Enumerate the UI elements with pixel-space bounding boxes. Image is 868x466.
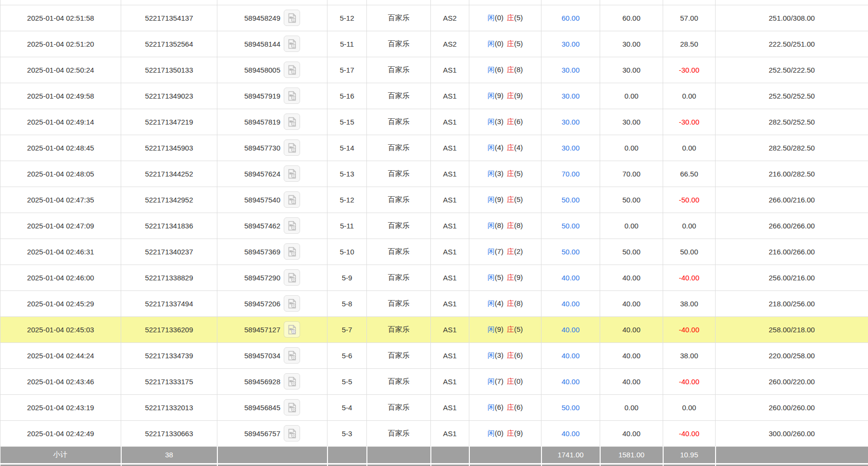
video-replay-button[interactable] — [284, 139, 300, 156]
table-row[interactable]: 2025-01-04 02:48:05 522171344252 5894576… — [0, 161, 868, 187]
table-name-cell: AS1 — [431, 239, 469, 264]
bet-amount-cell: 40.00 — [541, 290, 600, 316]
valid-amount-cell: 30.00 — [600, 57, 663, 83]
table-row[interactable]: 2025-01-04 02:46:00 522171338829 5894572… — [0, 264, 868, 290]
balance-cell: 252.50/222.50 — [716, 57, 868, 83]
bet-amount-link[interactable]: 30.00 — [562, 144, 580, 152]
video-replay-button[interactable] — [284, 113, 300, 130]
bet-amount-link[interactable]: 50.00 — [562, 403, 580, 412]
bet-amount-link[interactable]: 30.00 — [562, 40, 580, 48]
bet-amount-link[interactable]: 50.00 — [562, 248, 580, 256]
video-replay-button[interactable] — [284, 165, 300, 182]
table-row[interactable]: 2025-01-04 02:47:35 522171342952 5894575… — [0, 187, 868, 213]
winloss-cell: 66.50 — [663, 161, 716, 187]
table-row[interactable]: 2025-01-04 02:43:46 522171333175 5894569… — [0, 368, 868, 394]
valid-amount-cell: 40.00 — [600, 342, 663, 368]
bet-time-cell: 2025-01-04 02:42:49 — [0, 420, 121, 446]
table-row[interactable]: 2025-01-04 02:42:49 522171330663 5894567… — [0, 420, 868, 446]
winloss-cell: 38.00 — [663, 290, 716, 316]
bet-amount-cell: 50.00 — [541, 239, 600, 264]
table-name-cell: AS1 — [431, 187, 469, 213]
bet-time-cell: 2025-01-04 02:47:35 — [0, 187, 121, 213]
video-replay-button[interactable] — [284, 373, 300, 390]
result-cell: 闲(9)庄(5) — [469, 316, 541, 342]
video-replay-button[interactable] — [284, 62, 300, 78]
bet-amount-link[interactable]: 40.00 — [562, 300, 580, 308]
balance-cell: 260.00/220.00 — [716, 368, 868, 394]
table-row[interactable]: 2025-01-04 02:51:58 522171354137 5894582… — [0, 5, 868, 31]
table-row[interactable]: 2025-01-04 02:50:24 522171350133 5894580… — [0, 57, 868, 83]
table-row[interactable]: 2025-01-04 02:48:45 522171345903 5894577… — [0, 135, 868, 161]
table-row[interactable]: 2025-01-04 02:45:29 522171337494 5894572… — [0, 290, 868, 316]
player-result: 闲 — [488, 195, 495, 203]
video-replay-button[interactable] — [284, 10, 300, 26]
table-row[interactable]: 2025-01-04 02:44:24 522171334739 5894570… — [0, 342, 868, 368]
result-cell: 闲(8)庄(8) — [469, 213, 541, 239]
bet-amount-link[interactable]: 40.00 — [562, 352, 580, 360]
video-replay-button[interactable] — [284, 425, 300, 441]
bet-amount-link[interactable]: 30.00 — [562, 92, 580, 100]
round-no-cell: 589457819 — [217, 109, 327, 135]
banker-result: 庄 — [507, 195, 514, 203]
table-name-cell: AS2 — [431, 31, 469, 57]
table-name-cell: AS1 — [431, 342, 469, 368]
video-replay-button[interactable] — [284, 243, 300, 260]
order-no-cell: 522171333175 — [121, 368, 217, 394]
video-record-icon — [287, 325, 297, 335]
video-replay-button[interactable] — [284, 269, 300, 286]
shoe-round-cell: 5-13 — [327, 161, 367, 187]
table-row[interactable]: 2025-01-04 02:45:03 522171336209 5894571… — [0, 316, 868, 342]
table-row[interactable]: 2025-01-04 02:46:31 522171340237 5894573… — [0, 239, 868, 264]
valid-amount-cell: 50.00 — [600, 187, 663, 213]
bet-amount-link[interactable]: 40.00 — [562, 326, 580, 334]
table-row[interactable]: 2025-01-04 02:49:14 522171347219 5894578… — [0, 109, 868, 135]
order-no-cell: 522171330663 — [121, 420, 217, 446]
video-replay-button[interactable] — [284, 88, 300, 104]
round-no-cell: 589457127 — [217, 316, 327, 342]
bet-amount-link[interactable]: 40.00 — [562, 429, 580, 438]
bet-records-page: 2025-01-04 02:51:58 522171354137 5894582… — [0, 0, 868, 466]
table-name-cell: AS1 — [431, 394, 469, 420]
game-type-cell: 百家乐 — [367, 187, 431, 213]
table-row[interactable]: 2025-01-04 02:47:09 522171341836 5894574… — [0, 213, 868, 239]
balance-cell: 222.50/251.00 — [716, 31, 868, 57]
valid-amount-cell: 0.00 — [600, 213, 663, 239]
shoe-round-cell: 5-3 — [327, 420, 367, 446]
result-cell: 闲(4)庄(8) — [469, 290, 541, 316]
bet-amount-link[interactable]: 40.00 — [562, 378, 580, 386]
video-replay-button[interactable] — [284, 191, 300, 208]
game-type-cell: 百家乐 — [367, 264, 431, 290]
banker-result: 庄 — [507, 65, 514, 74]
banker-result: 庄 — [507, 325, 514, 333]
video-replay-button[interactable] — [284, 347, 300, 364]
valid-amount-cell: 30.00 — [600, 109, 663, 135]
table-row[interactable]: 2025-01-04 02:49:58 522171349023 5894579… — [0, 83, 868, 109]
winloss-cell: -30.00 — [663, 57, 716, 83]
video-replay-button[interactable] — [284, 295, 300, 312]
video-replay-button[interactable] — [284, 321, 300, 338]
bet-time-cell: 2025-01-04 02:45:03 — [0, 316, 121, 342]
bet-time-cell: 2025-01-04 02:45:29 — [0, 290, 121, 316]
player-result: 闲 — [488, 91, 495, 100]
video-replay-button[interactable] — [284, 36, 300, 52]
bet-amount-link[interactable]: 30.00 — [562, 66, 580, 74]
winloss-cell: -40.00 — [663, 316, 716, 342]
table-row[interactable]: 2025-01-04 02:43:19 522171332013 5894568… — [0, 394, 868, 420]
result-cell: 闲(9)庄(5) — [469, 187, 541, 213]
bet-amount-link[interactable]: 60.00 — [562, 14, 580, 22]
shoe-round-cell: 5-11 — [327, 213, 367, 239]
bet-records-table: 2025-01-04 02:51:58 522171354137 5894582… — [0, 0, 868, 466]
player-result: 闲 — [488, 247, 495, 255]
bet-amount-link[interactable]: 50.00 — [562, 222, 580, 230]
video-replay-button[interactable] — [284, 217, 300, 234]
bet-amount-link[interactable]: 30.00 — [562, 118, 580, 126]
table-row[interactable]: 2025-01-04 02:51:20 522171352564 5894581… — [0, 31, 868, 57]
video-record-icon — [287, 91, 297, 101]
table-name-cell: AS1 — [431, 420, 469, 446]
bet-time-cell: 2025-01-04 02:51:58 — [0, 5, 121, 31]
bet-amount-link[interactable]: 70.00 — [562, 170, 580, 178]
bet-amount-link[interactable]: 40.00 — [562, 274, 580, 282]
bet-amount-link[interactable]: 50.00 — [562, 196, 580, 204]
balance-cell: 266.00/266.00 — [716, 213, 868, 239]
video-replay-button[interactable] — [284, 399, 300, 416]
